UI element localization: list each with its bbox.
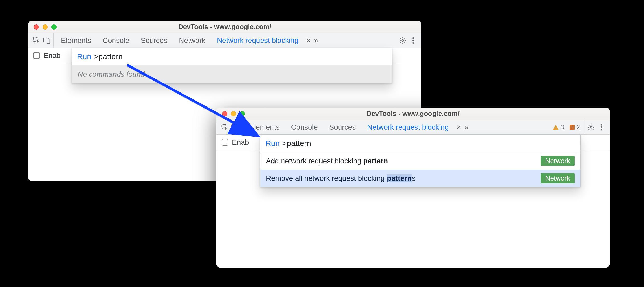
settings-icon[interactable] <box>586 124 596 131</box>
command-run-label: Run <box>77 52 91 61</box>
svg-rect-2 <box>47 39 50 43</box>
command-results: No commands found <box>72 65 392 83</box>
svg-rect-10 <box>556 126 556 128</box>
command-menu: Run >pattern Add network request blockin… <box>260 135 581 187</box>
svg-point-18 <box>601 129 602 130</box>
zoom-window-button[interactable] <box>240 111 245 116</box>
svg-point-6 <box>412 42 414 44</box>
command-empty-message: No commands found <box>72 65 392 83</box>
titlebar: DevTools - www.google.com/ <box>28 21 421 33</box>
svg-rect-9 <box>235 126 238 130</box>
command-text: >pattern <box>282 139 311 148</box>
command-text: >pattern <box>94 52 123 61</box>
command-item-category-badge: Network <box>541 173 575 183</box>
inspect-element-icon[interactable] <box>220 123 230 131</box>
devtools-toolbar: Elements Console Sources Network Network… <box>28 33 421 48</box>
inspect-element-icon[interactable] <box>31 37 42 44</box>
command-item-label: Remove all network request blocking patt… <box>266 174 415 183</box>
tab-console[interactable]: Console <box>285 120 324 134</box>
device-mode-icon[interactable] <box>42 37 52 44</box>
traffic-lights <box>34 24 57 30</box>
window-title: DevTools - www.google.com/ <box>28 23 421 31</box>
enable-blocking-label: Enab <box>232 138 249 146</box>
command-item-category-badge: Network <box>541 156 575 166</box>
command-item-add-pattern[interactable]: Add network request blocking pattern Net… <box>260 152 580 170</box>
traffic-lights <box>222 111 245 116</box>
more-tabs-button[interactable]: » <box>463 123 470 131</box>
command-input[interactable]: Run >pattern <box>72 48 392 65</box>
tab-sources[interactable]: Sources <box>323 120 361 134</box>
devtools-toolbar: Elements Console Sources Network request… <box>216 120 610 135</box>
svg-rect-13 <box>572 126 572 128</box>
zoom-window-button[interactable] <box>51 24 57 30</box>
command-menu: Run >pattern No commands found <box>72 48 392 83</box>
command-item-label: Add network request blocking pattern <box>266 157 388 165</box>
device-mode-icon[interactable] <box>230 123 240 131</box>
command-run-label: Run <box>265 139 280 148</box>
svg-rect-14 <box>572 128 572 129</box>
issues-count: 2 <box>577 124 580 131</box>
close-window-button[interactable] <box>34 24 39 30</box>
warnings-badge[interactable]: 3 <box>553 124 564 131</box>
tab-network-request-blocking[interactable]: Network request blocking <box>211 33 304 48</box>
enable-blocking-label: Enab <box>44 51 60 60</box>
minimize-window-button[interactable] <box>43 24 48 30</box>
svg-point-15 <box>590 126 592 128</box>
svg-point-16 <box>601 124 602 125</box>
svg-point-3 <box>402 39 404 41</box>
window-title: DevTools - www.google.com/ <box>216 110 610 118</box>
close-tab-button[interactable]: × <box>455 123 463 131</box>
svg-rect-11 <box>556 129 556 129</box>
svg-point-17 <box>601 126 602 128</box>
minimize-window-button[interactable] <box>231 111 236 116</box>
titlebar: DevTools - www.google.com/ <box>216 108 610 120</box>
tab-console[interactable]: Console <box>97 33 135 48</box>
command-item-remove-patterns[interactable]: Remove all network request blocking patt… <box>260 170 580 187</box>
kebab-menu-icon[interactable] <box>596 124 607 131</box>
issues-badge[interactable]: 2 <box>569 124 580 131</box>
kebab-menu-icon[interactable] <box>408 37 418 44</box>
svg-point-5 <box>412 40 414 41</box>
tab-network-request-blocking[interactable]: Network request blocking <box>361 120 454 134</box>
tab-elements[interactable]: Elements <box>244 120 285 134</box>
command-results: Add network request blocking pattern Net… <box>260 152 580 187</box>
tab-sources[interactable]: Sources <box>135 33 173 48</box>
close-tab-button[interactable]: × <box>304 36 312 45</box>
more-tabs-button[interactable]: » <box>313 36 320 45</box>
close-window-button[interactable] <box>222 111 227 116</box>
enable-blocking-checkbox[interactable] <box>33 52 40 59</box>
command-input[interactable]: Run >pattern <box>260 135 580 152</box>
svg-point-4 <box>412 37 414 39</box>
enable-blocking-checkbox[interactable] <box>222 139 228 146</box>
warnings-count: 3 <box>560 124 564 131</box>
tab-elements[interactable]: Elements <box>55 33 97 48</box>
devtools-window-after: DevTools - www.google.com/ Elements Cons… <box>216 108 610 268</box>
tab-network[interactable]: Network <box>173 33 211 48</box>
settings-icon[interactable] <box>398 37 408 44</box>
